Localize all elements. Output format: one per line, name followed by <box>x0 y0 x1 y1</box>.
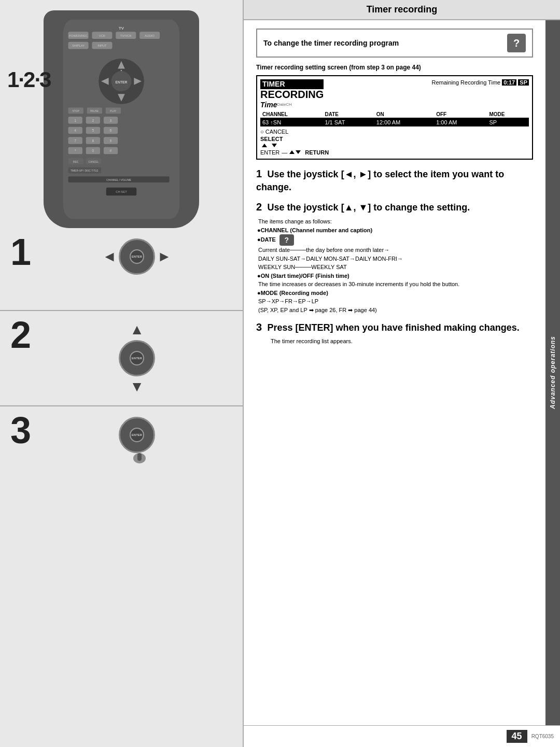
svg-text:5: 5 <box>92 129 94 132</box>
svg-text:#: # <box>110 149 112 152</box>
bullet-on-off-text: ●ON (Start time)/OFF (Finish time) <box>257 273 349 279</box>
svg-text:*: * <box>75 149 76 152</box>
step-3-enter-button: ENTER <box>119 417 155 453</box>
enter-triangle-down <box>296 150 301 154</box>
bullet-channel-text: ●CHANNEL (Channel number and caption) <box>257 227 372 233</box>
svg-text:PAUSE: PAUSE <box>90 110 99 112</box>
step-2-content: ▲ ENTER ▼ <box>41 316 232 400</box>
step2-details: The items change as follows: ●CHANNEL (C… <box>257 217 533 314</box>
col-channel: CHANNEL <box>260 111 323 118</box>
bullet-mode: ●MODE (Recording mode) <box>257 289 533 298</box>
step-2-number: 2 <box>10 316 41 354</box>
left-panel: 1·2·3 TV POWER/REC VCR TV/VCR AUDIO SHIP… <box>0 0 244 747</box>
step1-instruction: 1 Use the joystick [◄, ►] to select the … <box>256 168 533 194</box>
timer-screen: TIMER RECORDING TimeDateCH Remaining Rec… <box>256 75 533 160</box>
step-3-section: 3 ENTER <box>0 406 243 742</box>
step-3-content: ENTER <box>41 412 232 471</box>
svg-text:TV/VCR: TV/VCR <box>120 34 131 37</box>
col-mode: MODE <box>487 111 529 118</box>
svg-text:3: 3 <box>110 119 112 122</box>
step-1-arrow-row: ◄ ENTER ► <box>102 238 171 275</box>
cancel-label: ○ CANCEL <box>260 129 288 135</box>
enter-triangle-up <box>289 150 295 154</box>
arrow-up-icon: ▲ <box>130 321 144 338</box>
arrow-left-icon: ◄ <box>102 248 117 265</box>
step-1-enter-button: ENTER <box>119 238 155 275</box>
step-1-number: 1 <box>10 233 41 271</box>
arrow-down-icon: ▼ <box>130 378 144 395</box>
return-label: RETURN <box>305 149 329 156</box>
svg-text:2: 2 <box>92 119 94 122</box>
timer-screen-header: TIMER RECORDING TimeDateCH Remaining Rec… <box>260 79 529 109</box>
change-program-box: To change the timer recording program ? <box>256 29 533 58</box>
bullet-on-off: ●ON (Start time)/OFF (Finish time) <box>257 272 533 280</box>
select-label: SELECT <box>260 136 283 142</box>
step1-text: Use the joystick [◄, ►] to select the it… <box>256 169 504 192</box>
items-change-label: The items change as follows: <box>258 217 533 226</box>
enter-label: ENTER <box>260 149 279 156</box>
remaining-time-area: Remaining Recording Time 0:17 SP <box>431 79 529 86</box>
ch-sub: CH <box>286 102 292 107</box>
step-2-arrows: ▲ ENTER ▼ <box>119 321 155 395</box>
bullet-channel: ●CHANNEL (Channel number and caption) <box>257 226 533 235</box>
row-on: 12:00 AM <box>374 118 434 126</box>
enter-row: ENTER — RETURN <box>260 149 529 156</box>
svg-text:REC: REC <box>73 161 79 163</box>
row-off: 1:00 AM <box>434 118 487 126</box>
svg-text:9: 9 <box>110 139 112 143</box>
col-off: OFF <box>434 111 487 118</box>
timer-table: CHANNEL DATE ON OFF MODE 63 ↑SN 1/1 SAT <box>260 111 529 126</box>
step-2-section: 2 ▲ ENTER ▼ <box>0 311 243 406</box>
change-program-text: To change the timer recording program <box>263 39 507 47</box>
label-123: 1·2·3 <box>7 67 50 92</box>
remaining-label: Remaining Recording Time <box>431 79 500 86</box>
step-1-arrows: ◄ ENTER ► <box>102 238 171 275</box>
step-2-enter-center: ENTER <box>130 351 144 365</box>
svg-text:SHIPLAY: SHIPLAY <box>72 44 85 47</box>
screen-label: Timer recording setting screen (from ste… <box>256 64 533 71</box>
svg-text:POWER/REC: POWER/REC <box>69 34 88 37</box>
step3-text: Press [ENTER] when you have finished mak… <box>268 322 520 333</box>
step2-num: 2 <box>256 201 262 213</box>
svg-text:7: 7 <box>74 139 76 143</box>
section-title: Timer recording <box>367 4 438 15</box>
row-channel: 63 ↑SN <box>260 118 323 126</box>
row-date: 1/1 SAT <box>323 118 374 126</box>
svg-text:CANCEL: CANCEL <box>88 161 99 163</box>
svg-text:1: 1 <box>74 119 76 122</box>
date-detail: Current date────the day before one month… <box>258 246 533 272</box>
svg-text:▲: ▲ <box>120 69 123 72</box>
select-row: SELECT <box>260 136 529 148</box>
svg-rect-64 <box>137 453 142 461</box>
step3-instruction: 3 Press [ENTER] when you have finished m… <box>256 321 533 345</box>
step2-text: Use the joystick [▲, ▼] to change the se… <box>268 202 470 213</box>
bullet-date-text: ●DATE <box>257 236 276 243</box>
svg-text:CHANNEL / VOLUME: CHANNEL / VOLUME <box>106 179 131 181</box>
timer-recording-label: TIMER RECORDING TimeDateCH <box>260 79 324 109</box>
remaining-mode: SP <box>518 79 529 86</box>
svg-text:STOP: STOP <box>73 110 79 112</box>
step-2-enter-button: ENTER <box>119 340 155 376</box>
svg-text:ENTER: ENTER <box>115 80 127 84</box>
mode-note: (SP, XP, EP and LP ➡ page 26, FR ➡ page … <box>258 306 533 315</box>
svg-text:CH SET: CH SET <box>116 190 127 193</box>
svg-text:8: 8 <box>92 139 94 143</box>
svg-text:0: 0 <box>92 149 94 152</box>
svg-text:PLAY: PLAY <box>110 110 117 112</box>
step-1-enter-center: ENTER <box>130 249 144 264</box>
triangle-down-icon <box>272 144 277 147</box>
svg-text:TV: TV <box>119 26 124 31</box>
page-number-area: 45 RQT6035 <box>244 725 560 747</box>
svg-text:TIMER-UP / DISC TITLE: TIMER-UP / DISC TITLE <box>71 170 99 172</box>
main-content: To change the timer recording program ? … <box>244 20 545 725</box>
cancel-row: ○ CANCEL <box>260 129 529 135</box>
timer-table-header-row: CHANNEL DATE ON OFF MODE <box>260 111 529 118</box>
recording-label: RECORDING <box>260 89 324 100</box>
bullet-date: ●DATE ? <box>257 234 533 246</box>
remote-svg: TV POWER/REC VCR TV/VCR AUDIO SHIPLAY IN… <box>49 16 194 223</box>
time-text: Time <box>260 101 277 109</box>
advanced-ops-sidebar: Advanced operations <box>545 20 560 725</box>
remote-control: 1·2·3 TV POWER/REC VCR TV/VCR AUDIO SHIP… <box>44 10 199 228</box>
timer-table-row: 63 ↑SN 1/1 SAT 12:00 AM 1:00 AM SP <box>260 118 529 126</box>
date-sup: Date <box>277 102 286 107</box>
